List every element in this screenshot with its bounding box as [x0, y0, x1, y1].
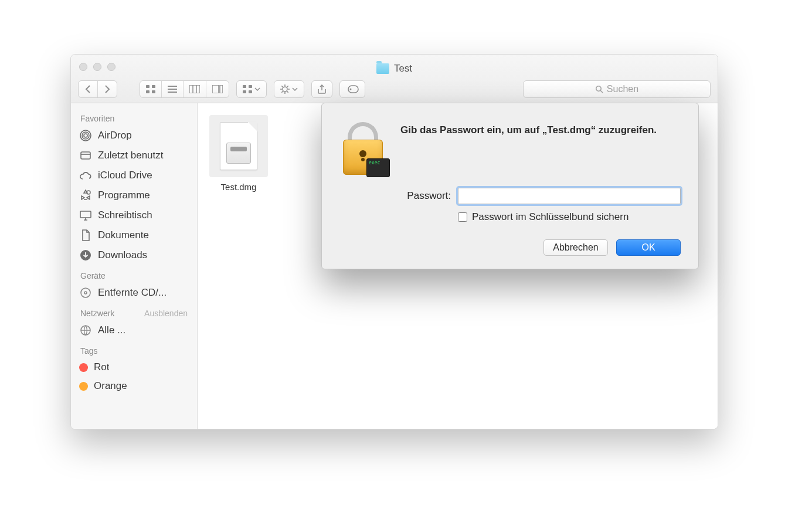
grid-icon	[146, 85, 155, 93]
disc-icon	[79, 286, 92, 299]
keychain-checkbox[interactable]	[458, 212, 467, 222]
chevron-right-icon	[104, 85, 111, 93]
svg-rect-9	[243, 90, 246, 93]
sidebar-tag-red[interactable]: Rot	[71, 358, 197, 377]
sidebar-item-label: Orange	[94, 380, 127, 392]
password-input[interactable]	[458, 188, 681, 204]
svg-rect-4	[189, 85, 200, 93]
view-list-button[interactable]	[161, 81, 183, 97]
action-menu-button[interactable]	[274, 80, 304, 98]
sidebar-hide-button[interactable]: Ausblenden	[144, 309, 188, 318]
dmg-file-icon	[220, 122, 257, 170]
svg-rect-6	[220, 85, 223, 93]
tag-dot-icon	[79, 363, 88, 372]
svg-rect-8	[249, 85, 252, 88]
share-inner[interactable]	[312, 81, 332, 97]
sidebar-tag-orange[interactable]: Orange	[71, 377, 197, 395]
edit-tags-button[interactable]	[339, 80, 365, 98]
folder-icon	[376, 63, 389, 74]
sidebar-heading-tags: Tags	[71, 340, 197, 358]
tag-dot-icon	[79, 382, 88, 391]
sidebar-item-label: iCloud Drive	[98, 170, 152, 181]
sidebar-item-applications[interactable]: Programme	[71, 185, 197, 205]
sidebar-heading-favorites: Favoriten	[71, 108, 197, 126]
chevron-down-icon	[292, 87, 298, 91]
sidebar-heading-label: Tags	[80, 346, 98, 356]
view-icons-button[interactable]	[140, 81, 161, 97]
svg-point-15	[84, 134, 87, 137]
sidebar-item-label: Zuletzt benutzt	[98, 150, 164, 161]
view-gallery-button[interactable]	[206, 81, 229, 97]
recents-icon	[79, 149, 92, 162]
group-icon	[243, 85, 252, 93]
ok-button[interactable]: OK	[616, 239, 681, 256]
sidebar-item-label: Alle ...	[98, 324, 125, 336]
sidebar-item-label: Programme	[98, 190, 150, 201]
forward-button[interactable]	[97, 81, 117, 97]
sidebar-item-label: Rot	[94, 361, 109, 373]
svg-point-22	[81, 288, 90, 297]
group-by-inner[interactable]	[237, 81, 266, 97]
svg-point-16	[82, 132, 89, 139]
back-button[interactable]	[79, 81, 97, 97]
svg-point-23	[84, 292, 87, 294]
action-menu-inner[interactable]	[274, 81, 304, 97]
sidebar-heading-devices: Geräte	[71, 265, 197, 283]
share-button[interactable]	[311, 80, 332, 98]
svg-rect-5	[212, 85, 219, 93]
svg-rect-3	[152, 90, 155, 93]
columns-icon	[189, 85, 200, 93]
edit-tags-inner[interactable]	[340, 81, 365, 97]
svg-point-14	[596, 86, 601, 91]
documents-icon	[79, 229, 92, 242]
applications-icon	[79, 189, 92, 202]
nav-buttons	[78, 80, 117, 98]
window-title: Test	[71, 63, 718, 75]
svg-point-13	[350, 89, 352, 90]
sidebar-item-desktop[interactable]: Schreibtisch	[71, 205, 197, 225]
chevron-down-icon	[254, 87, 260, 91]
exec-badge-icon: exec	[366, 158, 390, 177]
svg-rect-20	[80, 211, 91, 218]
globe-icon	[79, 324, 92, 337]
titlebar: Test	[71, 55, 718, 103]
svg-rect-1	[152, 85, 155, 88]
sidebar-item-label: Dokumente	[98, 229, 149, 241]
sidebar-item-label: AirDrop	[98, 130, 132, 141]
svg-rect-7	[243, 85, 246, 88]
svg-rect-2	[146, 90, 150, 93]
sidebar: Favoriten AirDrop Zuletzt benutzt iCloud…	[71, 103, 198, 429]
sidebar-item-label: Schreibtisch	[98, 209, 152, 221]
search-placeholder: Suchen	[607, 84, 638, 94]
svg-point-11	[283, 87, 287, 92]
sidebar-item-documents[interactable]: Dokumente	[71, 225, 197, 245]
sidebar-item-label: Entfernte CD/...	[98, 287, 167, 299]
view-switcher	[140, 80, 229, 98]
file-thumbnail	[209, 115, 268, 177]
dialog-message: Gib das Passwort ein, um auf „Test.dmg“ …	[400, 120, 681, 175]
sidebar-heading-label: Netzwerk	[80, 309, 114, 318]
sidebar-item-icloud[interactable]: iCloud Drive	[71, 165, 197, 185]
sidebar-item-network-all[interactable]: Alle ...	[71, 320, 197, 340]
lock-icon: exec	[339, 120, 386, 175]
sidebar-heading-label: Favoriten	[80, 114, 114, 123]
group-by-button[interactable]	[236, 80, 267, 98]
search-field[interactable]: Suchen	[523, 80, 711, 98]
view-columns-button[interactable]	[183, 81, 206, 97]
sidebar-item-airdrop[interactable]: AirDrop	[71, 126, 197, 146]
cloud-icon	[79, 169, 92, 182]
file-item[interactable]: Test.dmg	[209, 115, 268, 192]
sidebar-item-recents[interactable]: Zuletzt benutzt	[71, 146, 197, 165]
list-icon	[168, 85, 177, 93]
keychain-label: Passwort im Schlüsselbund sichern	[472, 211, 628, 223]
sidebar-item-remote-disc[interactable]: Entfernte CD/...	[71, 283, 197, 303]
cancel-button[interactable]: Abbrechen	[543, 239, 608, 256]
gear-icon	[280, 84, 290, 94]
sidebar-item-downloads[interactable]: Downloads	[71, 245, 197, 265]
airdrop-icon	[79, 129, 92, 142]
window-title-text: Test	[394, 63, 412, 75]
svg-rect-10	[249, 90, 252, 93]
tag-icon	[346, 85, 359, 93]
downloads-icon	[79, 249, 92, 262]
sidebar-item-label: Downloads	[98, 249, 147, 261]
